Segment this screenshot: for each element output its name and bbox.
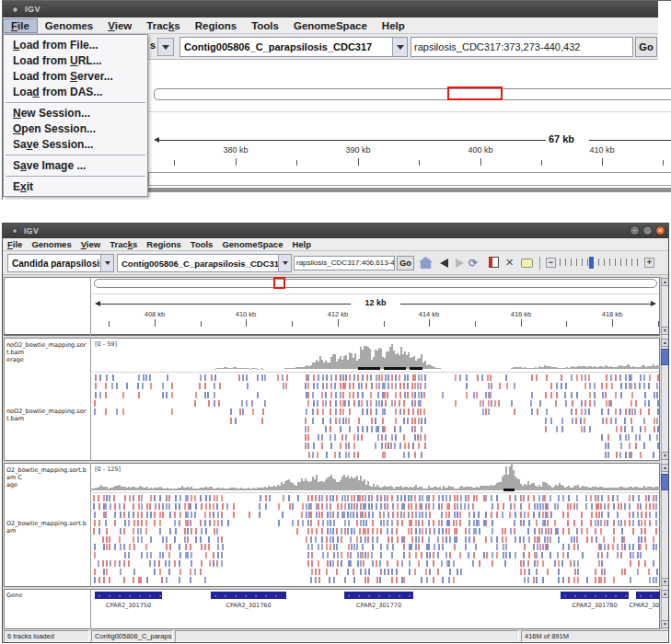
status-bar: 6 tracks loaded Contig005806_C_parapsilo… <box>3 630 669 643</box>
menu-regions[interactable]: Regions <box>142 239 185 249</box>
data-panel-empty[interactable] <box>148 172 671 186</box>
menu-help[interactable]: Help <box>375 19 412 32</box>
zoom-tick <box>582 259 583 266</box>
divider <box>90 338 91 461</box>
genome-combo[interactable]: Candida parapsilosis <box>7 254 114 272</box>
menu-separator <box>6 102 145 104</box>
region-selection-box[interactable] <box>447 86 503 100</box>
track-panel-noO2 <box>4 338 660 461</box>
chromosome-ideogram[interactable] <box>94 279 657 288</box>
toolbar-separator <box>539 257 540 270</box>
menu-item-exit[interactable]: Exit <box>4 179 147 195</box>
zoom-out-button[interactable]: − <box>546 258 556 268</box>
menu-genomes[interactable]: Genomes <box>27 239 75 249</box>
menu-bar: FileGenomesViewTracksRegionsToolsGenomeS… <box>3 17 658 34</box>
igv-top-window: IGV FileGenomesViewTracksRegionsToolsGen… <box>2 0 671 200</box>
menu-genomes[interactable]: Genomes <box>38 19 100 32</box>
forward-icon[interactable] <box>456 259 464 268</box>
region-of-interest-icon[interactable] <box>489 257 499 268</box>
contig-combo[interactable]: Contig005806_C_parapsilosis_CDC317 <box>117 254 292 272</box>
chevron-down-icon <box>397 45 404 50</box>
divider <box>90 277 91 336</box>
track-name[interactable]: Gene <box>6 592 89 599</box>
zoom-tick <box>631 259 632 266</box>
menu-separator <box>6 155 145 156</box>
menu-file[interactable]: File <box>3 239 27 249</box>
menu-item-load-from-das[interactable]: Load from DAS... <box>4 85 147 100</box>
contig-combo-button[interactable] <box>278 255 291 271</box>
menu-item-save-image[interactable]: Save Image ... <box>4 158 147 174</box>
zoom-tick <box>615 259 616 266</box>
divider <box>92 372 659 373</box>
coverage-range-label: [0 - 125] <box>95 466 121 473</box>
span-line <box>159 140 546 141</box>
home-icon[interactable] <box>419 257 433 269</box>
menu-tracks[interactable]: Tracks <box>105 239 142 249</box>
menu-genomespace[interactable]: GenomeSpace <box>217 239 287 249</box>
zoom-tick <box>609 259 610 266</box>
menu-file[interactable]: File <box>3 18 38 33</box>
zoom-tick <box>587 259 588 266</box>
region-selection-box[interactable] <box>273 277 285 289</box>
status-contig: Contig005806_C_parapsilosi... <box>91 630 173 642</box>
locus-input[interactable]: rapsilosis_CDC317:373,273-440,432 <box>411 37 633 57</box>
window-title: IGV <box>24 226 39 236</box>
close-button[interactable]: ✕ <box>655 225 665 236</box>
zoom-tick <box>626 259 627 266</box>
span-line <box>589 140 671 141</box>
span-line <box>400 304 651 305</box>
status-memory: 416M of 891M <box>521 630 668 642</box>
track-name[interactable]: O2_bowtie_mapping.sort.bam Cage <box>6 466 89 489</box>
menu-bar: FileGenomesViewTracksRegionsToolsGenomeS… <box>3 238 669 251</box>
back-icon[interactable] <box>440 259 448 268</box>
genome-combo-fragment[interactable]: s <box>150 40 156 51</box>
menu-genomespace[interactable]: GenomeSpace <box>286 19 375 32</box>
scrollbar[interactable] <box>661 277 669 629</box>
zoom-in-button[interactable]: + <box>644 258 654 268</box>
zoom-slider-thumb[interactable] <box>589 257 594 269</box>
coverage-range-label: [0 - 59] <box>95 340 117 348</box>
menu-item-load-from-server[interactable]: Load from Server... <box>4 69 147 85</box>
chevron-down-icon <box>105 261 110 265</box>
locus-input[interactable]: rapsilosis_CDC317:406,613-419,063 <box>294 256 395 270</box>
track-name[interactable]: O2_bowtie_mapping.sort.bam <box>6 520 89 535</box>
menu-tracks[interactable]: Tracks <box>139 19 187 32</box>
menu-regions[interactable]: Regions <box>188 19 244 32</box>
divider <box>148 111 671 112</box>
genome-combo-button[interactable] <box>100 255 113 271</box>
status-tracks-loaded: 6 tracks loaded <box>4 630 89 642</box>
genome-combo-arrow[interactable] <box>157 38 174 56</box>
chevron-down-icon <box>162 45 169 50</box>
menu-help[interactable]: Help <box>287 239 316 249</box>
clear-tool-icon[interactable]: ✕ <box>505 257 514 269</box>
zoom-tick <box>560 259 561 266</box>
title-bar[interactable]: IGV <box>3 1 658 17</box>
menu-tools[interactable]: Tools <box>244 19 286 32</box>
menu-view[interactable]: View <box>100 19 139 32</box>
menu-item-save-session[interactable]: Save Session... <box>4 137 147 153</box>
menu-item-open-session[interactable]: Open Session... <box>4 121 147 137</box>
go-button[interactable]: Go <box>397 256 414 270</box>
minimize-button[interactable]: − <box>630 225 640 236</box>
menu-item-load-from-url[interactable]: Load from URL... <box>4 53 147 69</box>
menu-view[interactable]: View <box>76 239 105 249</box>
zoom-tick <box>604 259 605 266</box>
span-arrow-right <box>651 301 656 306</box>
go-button[interactable]: Go <box>635 37 657 57</box>
refresh-icon[interactable]: ⟳ <box>469 257 478 270</box>
igv-app-icon <box>12 228 17 234</box>
track-name[interactable]: noO2_bowtie_mapping.sort.bam <box>6 408 89 422</box>
zoom-slider[interactable] <box>558 257 642 269</box>
maximize-button[interactable]: □ <box>642 225 653 236</box>
popup-text-icon[interactable] <box>521 259 533 268</box>
track-name[interactable]: noO2_bowtie_mapping.sort.bamerage <box>6 341 89 363</box>
divider <box>90 589 91 629</box>
menu-item-new-session[interactable]: New Session... <box>4 106 147 121</box>
contig-combo-button[interactable] <box>392 38 407 56</box>
menu-item-load-from-file[interactable]: Load from File... <box>4 38 147 53</box>
chromosome-ideogram[interactable] <box>154 88 671 100</box>
track-panel-O2 <box>4 463 660 587</box>
contig-combo[interactable]: Contig005806_C_parapsilosis_CDC317 <box>179 37 408 57</box>
title-bar[interactable]: IGV − □ ✕ <box>3 224 669 238</box>
menu-tools[interactable]: Tools <box>186 239 218 249</box>
